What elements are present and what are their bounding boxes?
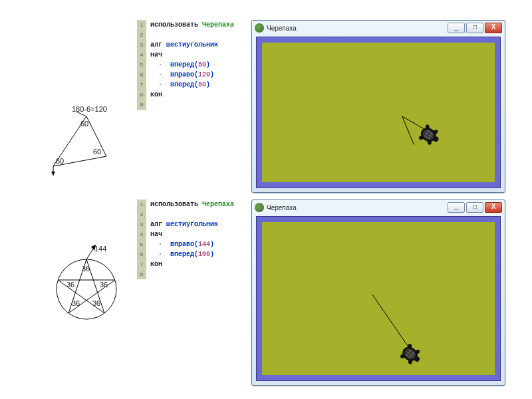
svg-marker-0 (51, 172, 55, 176)
token-plain: кон (150, 261, 162, 268)
angle-label: 36 (72, 299, 80, 307)
formula-label: 180-6=120 (72, 106, 107, 113)
maximize-button[interactable]: □ (466, 202, 483, 213)
code-line: 9 (137, 100, 234, 110)
ext-angle-label: 144 (94, 245, 106, 253)
token-kw-blue: шестиугольник (166, 41, 218, 49)
line-number: 4 (137, 229, 146, 239)
code-line: 3 алг шестиугольник (137, 219, 234, 229)
token-paren: ) (210, 241, 214, 248)
token-kw-blue: вперед (170, 251, 194, 258)
code-line: 1 использовать Черепаха (137, 200, 234, 209)
svg-line-12 (372, 295, 409, 347)
token-sp (162, 71, 170, 78)
code-line: 2 (137, 30, 234, 40)
token-sp (150, 61, 158, 68)
token-num: 50 (198, 81, 206, 88)
token-sp (150, 71, 158, 78)
token-kw-green: Черепаха (202, 201, 234, 208)
canvas-border (256, 216, 501, 381)
token-num: 120 (198, 71, 210, 78)
pentagram-diagram: 144 36 36 36 36 36 (40, 233, 126, 332)
line-number: 1 (137, 200, 146, 209)
titlebar[interactable]: Черепаха _ □ X (252, 200, 505, 215)
turtle-canvas (262, 222, 495, 375)
turtle-icon (255, 203, 264, 212)
example-2: 144 36 36 36 36 36 1 использовать Черепа… (0, 200, 532, 386)
angle-label: 36 (100, 281, 108, 289)
turtle-window-1: Черепаха _ □ X (251, 20, 505, 193)
token-sp (162, 241, 170, 248)
minimize-button[interactable]: _ (448, 202, 465, 213)
code-line: 7 кон (137, 259, 234, 269)
line-number: 6 (137, 70, 146, 80)
line-number: 5 (137, 239, 146, 249)
token-kw-blue: вправо (170, 71, 194, 78)
line-number: 5 (137, 60, 146, 70)
token-kw-nav: использовать (150, 21, 198, 29)
close-button[interactable]: X (485, 202, 502, 213)
angle-label: 36 (92, 299, 100, 307)
line-number: 3 (137, 40, 146, 50)
triangle-diagram: 180-6=120 60 60 60 (40, 106, 126, 186)
line-number: 7 (137, 259, 146, 269)
code-line: 1 использовать Черепаха (137, 20, 234, 30)
line-number: 3 (137, 219, 146, 229)
example-1: 180-6=120 60 60 60 1 использовать Черепа… (0, 20, 532, 193)
token-sp (162, 61, 170, 68)
code-line: 2 (137, 209, 234, 219)
token-kw-nav: алг (150, 41, 162, 49)
code-line: 5 · вперед(50) (137, 60, 234, 70)
line-number: 7 (137, 80, 146, 90)
window-title: Черепаха (267, 25, 448, 32)
token-kw-blue: шестиугольник (166, 221, 218, 228)
maximize-button[interactable]: □ (466, 23, 483, 33)
token-num: 50 (198, 61, 206, 68)
token-num: 144 (198, 241, 210, 248)
code-line: 6 · вперед(100) (137, 249, 234, 259)
code-line: 7 · вперед(50) (137, 80, 234, 90)
line-number: 2 (137, 30, 146, 40)
line-number: 1 (137, 20, 146, 30)
token-sp (162, 81, 170, 88)
token-plain: кон (150, 91, 162, 98)
turtle-sprite (417, 123, 443, 148)
titlebar[interactable]: Черепаха _ □ X (252, 21, 505, 35)
svg-point-9 (428, 140, 432, 145)
token-num: 100 (198, 251, 210, 258)
angle-label: 60 (56, 157, 64, 165)
angle-label: 36 (82, 265, 90, 273)
token-kw-blue: вправо (170, 241, 194, 248)
token-sp (162, 251, 170, 258)
code-line: 8 (137, 269, 234, 279)
code-line: 5 · вправо(144) (137, 239, 234, 249)
window-title: Черепаха (267, 204, 448, 211)
token-kw-blue: вперед (170, 61, 194, 68)
angle-label: 60 (93, 148, 101, 156)
token-paren: ) (210, 71, 214, 78)
token-kw-nav: использовать (150, 201, 198, 208)
token-plain: нач (150, 51, 162, 59)
code-line: 8 кон (137, 90, 234, 100)
line-number: 8 (137, 269, 146, 279)
line-number: 2 (137, 209, 146, 219)
turtle-canvas (262, 43, 495, 182)
turtle-window-2: Черепаха _ □ X (251, 200, 505, 386)
token-plain: нач (150, 231, 162, 238)
turtle-icon (255, 23, 264, 33)
code-line: 6 · вправо(120) (137, 70, 234, 80)
minimize-button[interactable]: _ (448, 23, 465, 33)
turtle-sprite (398, 342, 425, 368)
svg-line-1 (402, 116, 414, 145)
close-button[interactable]: X (485, 23, 502, 33)
angle-label: 36 (66, 281, 74, 289)
line-number: 9 (137, 100, 146, 110)
token-sp (150, 251, 158, 258)
angle-label: 60 (80, 120, 88, 128)
token-sp (150, 81, 158, 88)
line-number: 6 (137, 249, 146, 259)
canvas-border (256, 37, 501, 188)
line-number: 4 (137, 50, 146, 60)
token-kw-blue: вперед (170, 81, 194, 88)
token-sp (150, 241, 158, 248)
